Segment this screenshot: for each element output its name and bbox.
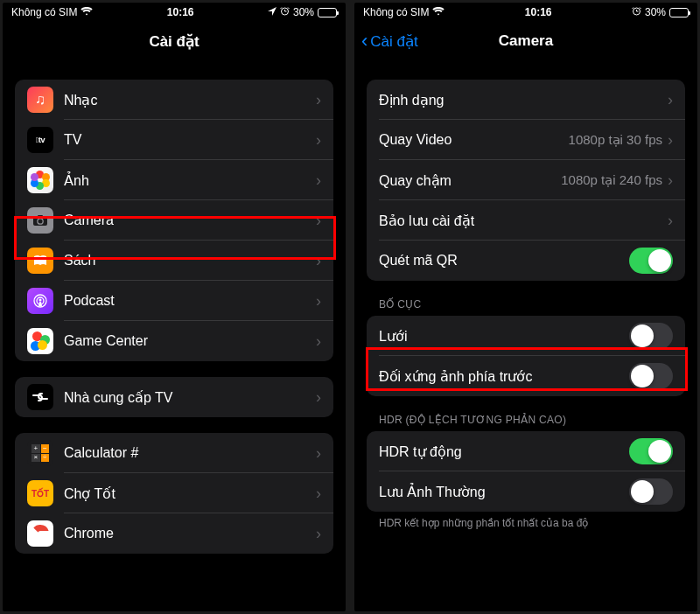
- row-label: Chợ Tốt: [64, 485, 316, 502]
- toggle-mirror-front[interactable]: [629, 363, 673, 389]
- row-label: Ảnh: [64, 172, 316, 189]
- settings-group-thirdparty: +−×÷ Calculator # › TỐT Chợ Tốt › Chrome…: [15, 433, 333, 554]
- row-label: Quét mã QR: [379, 253, 629, 269]
- row-label: Sách: [64, 253, 316, 269]
- section-header-hdr: HDR (ĐỘ LỆCH TƯƠNG PHẢN CAO): [367, 396, 685, 431]
- row-mirror-front[interactable]: Đối xứng ảnh phía trước: [367, 356, 685, 396]
- battery-icon: [318, 8, 337, 17]
- row-slo-mo[interactable]: Quay chậm 1080p tại 240 fps ›: [367, 160, 685, 200]
- toggle-auto-hdr[interactable]: [629, 438, 673, 464]
- phone-settings-list: Không có SIM 10:16 30% Cài đặt ♫ Nhạc ›: [3, 3, 346, 611]
- toggle-grid[interactable]: [629, 323, 673, 349]
- row-formats[interactable]: Định dạng ›: [367, 80, 685, 120]
- carrier-label: Không có SIM: [11, 6, 77, 18]
- carrier-label: Không có SIM: [363, 6, 429, 18]
- nav-header: ‹ Cài đặt Camera: [354, 22, 697, 60]
- chevron-right-icon: ›: [316, 485, 321, 503]
- calculator-icon: +−×÷: [27, 440, 53, 466]
- battery-pct: 30%: [293, 6, 314, 18]
- chevron-right-icon: ›: [668, 171, 673, 190]
- settings-row-podcast[interactable]: Podcast ›: [15, 281, 333, 321]
- nav-header: Cài đặt: [3, 22, 346, 60]
- row-label: HDR tự động: [379, 443, 629, 460]
- row-label: Nhạc: [64, 92, 316, 108]
- alarm-icon: [280, 6, 290, 18]
- chevron-right-icon: ›: [668, 131, 673, 150]
- row-label: Quay chậm: [379, 172, 561, 189]
- row-keep-normal[interactable]: Lưu Ảnh Thường: [367, 471, 685, 512]
- hdr-footer: HDR kết hợp những phần tốt nhất của ba đ…: [367, 512, 685, 529]
- row-label: Bảo lưu cài đặt: [379, 213, 668, 229]
- settings-group-media: ♫ Nhạc › tv TV › Ảnh › Camera: [15, 80, 333, 361]
- settings-scroll[interactable]: ♫ Nhạc › tv TV › Ảnh › Camera: [3, 60, 346, 611]
- row-record-video[interactable]: Quay Video 1080p tại 30 fps ›: [367, 120, 685, 160]
- settings-row-chotot[interactable]: TỐT Chợ Tốt ›: [15, 473, 333, 513]
- settings-row-gamecenter[interactable]: Game Center ›: [15, 321, 333, 361]
- svg-rect-3: [38, 215, 43, 218]
- tv-icon: tv: [27, 127, 53, 153]
- battery-icon: [669, 8, 689, 17]
- settings-row-calculator[interactable]: +−×÷ Calculator # ›: [15, 433, 333, 473]
- alarm-icon: [632, 6, 641, 18]
- toggle-keep-normal[interactable]: [629, 478, 673, 505]
- page-title: Cài đặt: [149, 32, 199, 51]
- settings-row-chrome[interactable]: Chrome ›: [15, 513, 333, 554]
- chrome-icon: [27, 520, 53, 547]
- chevron-right-icon: ›: [668, 91, 673, 109]
- row-label: TV: [64, 132, 316, 148]
- photos-icon: [27, 167, 53, 193]
- row-label: Quay Video: [379, 132, 569, 148]
- chevron-right-icon: ›: [316, 171, 321, 190]
- settings-row-photos[interactable]: Ảnh ›: [15, 160, 333, 200]
- row-preserve-settings[interactable]: Bảo lưu cài đặt ›: [367, 200, 685, 241]
- camera-group-hdr: HDR tự động Lưu Ảnh Thường: [367, 431, 685, 512]
- chevron-right-icon: ›: [316, 444, 321, 463]
- chevron-right-icon: ›: [316, 388, 321, 407]
- row-label: Podcast: [64, 293, 316, 309]
- back-button[interactable]: ‹ Cài đặt: [361, 31, 418, 51]
- settings-row-tvprovider[interactable]: Nhà cung cấp TV ›: [15, 377, 333, 417]
- svg-point-6: [39, 299, 42, 302]
- gamecenter-icon: [27, 328, 53, 354]
- battery-pct: 30%: [645, 6, 666, 18]
- toggle-scan-qr[interactable]: [629, 248, 673, 274]
- status-time: 10:16: [525, 6, 552, 18]
- podcast-icon: [27, 288, 53, 314]
- music-icon: ♫: [27, 87, 53, 113]
- row-label: Nhà cung cấp TV: [64, 389, 316, 406]
- settings-row-camera[interactable]: Camera ›: [15, 200, 333, 241]
- camera-settings-scroll[interactable]: Định dạng › Quay Video 1080p tại 30 fps …: [354, 60, 697, 611]
- tvprovider-icon: [27, 384, 53, 410]
- camera-group-main: Định dạng › Quay Video 1080p tại 30 fps …: [367, 80, 685, 281]
- row-scan-qr[interactable]: Quét mã QR: [367, 241, 685, 281]
- settings-row-music[interactable]: ♫ Nhạc ›: [15, 80, 333, 120]
- row-label: Đối xứng ảnh phía trước: [379, 368, 629, 385]
- row-label: Game Center: [64, 333, 316, 349]
- settings-row-books[interactable]: Sách ›: [15, 241, 333, 281]
- chevron-right-icon: ›: [316, 332, 321, 351]
- chevron-right-icon: ›: [668, 212, 673, 230]
- chevron-right-icon: ›: [316, 131, 321, 150]
- status-time: 10:16: [167, 6, 194, 18]
- row-label: Định dạng: [379, 92, 668, 108]
- camera-icon: [27, 207, 53, 234]
- location-icon: [268, 6, 276, 18]
- status-bar: Không có SIM 10:16 30%: [354, 3, 697, 22]
- row-label: Lưu Ảnh Thường: [379, 484, 629, 500]
- camera-group-composition: Lưới Đối xứng ảnh phía trước: [367, 316, 685, 396]
- wifi-icon: [432, 6, 444, 18]
- row-label: Chrome: [64, 526, 316, 541]
- chevron-left-icon: ‹: [361, 31, 368, 51]
- chotot-icon: TỐT: [27, 480, 53, 506]
- books-icon: [27, 248, 53, 274]
- chevron-right-icon: ›: [316, 292, 321, 310]
- wifi-icon: [80, 6, 93, 18]
- back-label: Cài đặt: [370, 32, 417, 51]
- chevron-right-icon: ›: [316, 525, 321, 543]
- row-grid[interactable]: Lưới: [367, 316, 685, 356]
- row-label: Calculator #: [64, 445, 316, 461]
- row-auto-hdr[interactable]: HDR tự động: [367, 431, 685, 471]
- row-value: 1080p tại 240 fps: [561, 172, 662, 188]
- settings-row-tv[interactable]: tv TV ›: [15, 120, 333, 160]
- settings-group-tvprovider: Nhà cung cấp TV ›: [15, 377, 333, 417]
